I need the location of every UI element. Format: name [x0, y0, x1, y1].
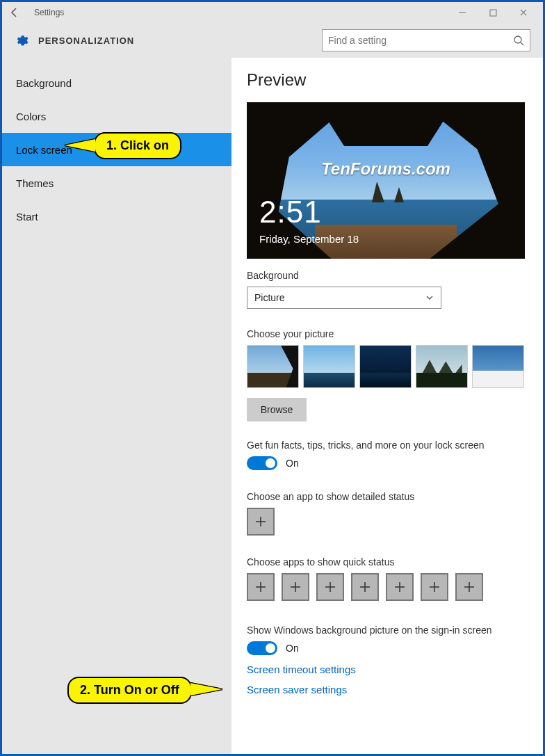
plus-icon: [324, 581, 336, 593]
gear-icon: [15, 33, 29, 47]
search-placeholder: Find a setting: [328, 35, 387, 46]
preview-heading: Preview: [247, 70, 528, 90]
picture-thumb-5[interactable]: [472, 345, 524, 388]
svg-point-2: [514, 36, 521, 43]
back-button[interactable]: [2, 2, 27, 23]
sidebar-item-label: Start: [16, 211, 38, 223]
quick-status-add-3[interactable]: [316, 573, 344, 601]
callout-text: 1. Click on: [106, 138, 169, 152]
svg-line-3: [521, 42, 523, 45]
search-icon: [513, 35, 524, 46]
plus-icon: [428, 581, 441, 593]
detailed-status-add[interactable]: [247, 508, 275, 536]
header-bar: PERSONALIZATION Find a setting: [2, 23, 543, 58]
link-text: Screen timeout settings: [247, 663, 356, 675]
search-input[interactable]: Find a setting: [322, 29, 530, 51]
plus-icon: [393, 581, 406, 593]
dropdown-value: Picture: [254, 292, 285, 303]
annotation-callout-2: 2. Turn On or Off: [67, 677, 192, 704]
picture-thumb-4[interactable]: [416, 345, 468, 388]
watermark-text: TenForums.com: [247, 159, 525, 179]
choose-picture-label: Choose your picture: [247, 328, 528, 339]
plus-icon: [359, 581, 371, 593]
minimize-icon: [458, 8, 466, 17]
sidebar-item-background[interactable]: Background: [2, 66, 231, 99]
picture-thumb-1[interactable]: [247, 345, 299, 388]
arrow-left-icon: [9, 7, 20, 18]
picture-thumb-3[interactable]: [359, 345, 412, 388]
signin-bg-toggle[interactable]: [247, 641, 277, 655]
clock-time: 2:51: [259, 195, 322, 230]
quick-status-add-1[interactable]: [247, 573, 275, 601]
plus-icon: [463, 581, 475, 593]
funfacts-state: On: [286, 458, 299, 469]
sidebar-item-label: Lock screen: [16, 144, 72, 156]
picture-thumb-2[interactable]: [303, 345, 355, 388]
sidebar-item-themes[interactable]: Themes: [2, 166, 231, 200]
sidebar: Background Colors Lock screen Themes Sta…: [2, 58, 231, 754]
funfacts-toggle[interactable]: [247, 456, 277, 470]
link-text: Screen saver settings: [247, 684, 347, 695]
svg-rect-1: [490, 10, 496, 16]
quick-status-add-6[interactable]: [421, 573, 448, 601]
chevron-down-icon: [425, 293, 434, 302]
annotation-callout-1: 1. Click on: [94, 132, 181, 159]
close-icon: [519, 8, 528, 17]
funfacts-label: Get fun facts, tips, tricks, and more on…: [247, 440, 528, 451]
sidebar-item-label: Colors: [16, 111, 46, 122]
minimize-button[interactable]: [447, 2, 478, 23]
signin-bg-state: On: [286, 643, 299, 654]
background-label: Background: [247, 270, 528, 281]
close-button[interactable]: [508, 2, 539, 23]
sidebar-item-label: Themes: [16, 177, 54, 189]
screen-timeout-link[interactable]: Screen timeout settings: [247, 663, 528, 675]
background-dropdown[interactable]: Picture: [247, 287, 441, 309]
signin-bg-label: Show Windows background picture on the s…: [247, 625, 528, 636]
quick-status-add-5[interactable]: [386, 573, 414, 601]
detailed-status-label: Choose an app to show detailed status: [247, 491, 528, 502]
lockscreen-preview: TenForums.com 2:51 Friday, September 18: [247, 102, 525, 259]
page-title: PERSONALIZATION: [38, 35, 322, 46]
browse-button[interactable]: Browse: [247, 398, 307, 421]
sidebar-item-label: Background: [16, 77, 72, 89]
callout-text: 2. Turn On or Off: [80, 683, 179, 697]
title-bar: Settings: [2, 2, 543, 23]
quick-status-add-7[interactable]: [455, 573, 483, 601]
browse-label: Browse: [261, 404, 293, 415]
screen-saver-link[interactable]: Screen saver settings: [247, 684, 528, 695]
clock-date: Friday, September 18: [259, 233, 359, 245]
main-panel: Preview TenForums.com 2:51 Friday, Septe…: [231, 58, 543, 754]
plus-icon: [254, 581, 267, 593]
picture-thumbnails: [247, 345, 528, 388]
quick-status-add-2[interactable]: [282, 573, 309, 601]
quick-status-add-4[interactable]: [351, 573, 379, 601]
plus-icon: [254, 515, 267, 528]
sidebar-item-start[interactable]: Start: [2, 200, 231, 233]
window-title: Settings: [27, 8, 64, 17]
sidebar-item-colors[interactable]: Colors: [2, 99, 231, 133]
maximize-icon: [489, 9, 497, 17]
quick-status-label: Choose apps to show quick status: [247, 556, 528, 568]
maximize-button[interactable]: [478, 2, 508, 23]
plus-icon: [289, 581, 302, 593]
